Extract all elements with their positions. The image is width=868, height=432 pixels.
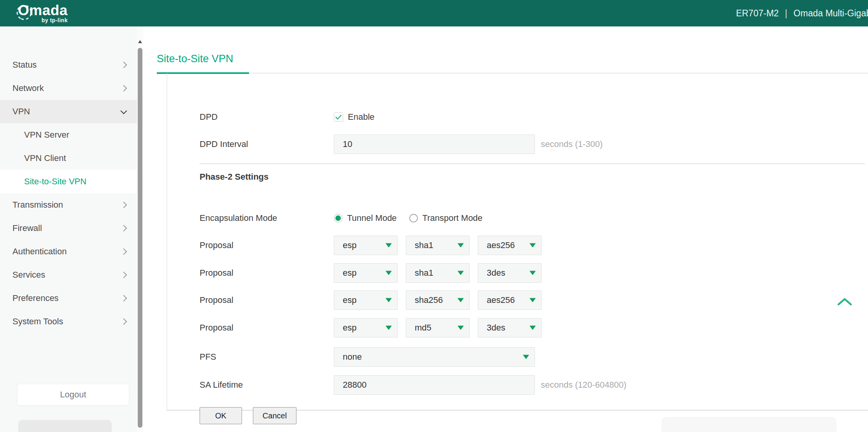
pfs-select[interactable]: none	[334, 347, 535, 367]
dpd-enable-checkbox[interactable]	[334, 112, 343, 122]
dpd-interval-hint: seconds (1-300)	[541, 139, 603, 149]
radio-unselected-icon	[409, 214, 418, 222]
sidebar-item-authentication[interactable]: Authentication	[0, 240, 137, 263]
proposal-1-protocol-select[interactable]: esp	[334, 236, 398, 255]
proposal-1-auth-select[interactable]: sha1	[406, 236, 470, 255]
proposal-row-1: Proposal esp sha1 aes256	[143, 236, 868, 255]
proposal-row-3: Proposal esp sha256 aes256	[143, 290, 868, 310]
proposal-4-auth-select[interactable]: md5	[406, 318, 470, 338]
chevron-right-icon	[121, 272, 127, 278]
page: Omada by tp-link ER707-M2 | Omada Multi-…	[0, 0, 868, 432]
transport-mode-radio[interactable]: Transport Mode	[409, 213, 482, 223]
sidebar-nav: Status Network VPN VPN Server VPN Client…	[0, 26, 137, 432]
scrollbar-thumb[interactable]	[138, 48, 142, 428]
select-value: 3des	[487, 268, 505, 278]
sidebar-item-label: Network	[12, 83, 44, 93]
chevron-down-icon	[121, 108, 127, 114]
proposal-3-encryption-select[interactable]: aes256	[478, 290, 542, 310]
chevron-right-icon	[121, 62, 127, 68]
page-title: Site-to-Site VPN	[157, 53, 233, 65]
select-value: aes256	[487, 240, 515, 250]
sidebar-item-network[interactable]: Network	[0, 77, 137, 100]
dpd-interval-input[interactable]	[334, 135, 535, 154]
dropdown-arrow-icon	[458, 271, 464, 275]
sidebar-item-vpn[interactable]: VPN	[0, 100, 137, 123]
collapse-section-button[interactable]	[837, 297, 852, 308]
pfs-label: PFS	[200, 352, 216, 362]
chevron-right-icon	[121, 85, 127, 92]
sidebar-item-label: Site-to-Site VPN	[24, 177, 86, 187]
chevron-right-icon	[121, 202, 127, 208]
radio-selected-icon	[334, 214, 342, 222]
logout-label: Logout	[60, 390, 86, 400]
sidebar-item-vpn-client[interactable]: VPN Client	[0, 147, 137, 170]
proposal-4-encryption-select[interactable]: 3des	[478, 318, 542, 338]
device-info: ER707-M2 | Omada Multi-Gigab	[736, 0, 868, 26]
encapsulation-mode-row: Encapsulation Mode Tunnel Mode Transport…	[143, 208, 868, 228]
sidebar-item-label: Authentication	[12, 247, 67, 257]
dropdown-arrow-icon	[523, 355, 529, 359]
chevron-right-icon	[121, 225, 127, 232]
sidebar-item-transmission[interactable]: Transmission	[0, 193, 137, 217]
proposal-4-protocol-select[interactable]: esp	[334, 318, 398, 338]
proposal-3-protocol-select[interactable]: esp	[334, 290, 398, 310]
sidebar-scrollbar[interactable]	[137, 26, 143, 432]
dpd-interval-row: DPD Interval seconds (1-300)	[143, 135, 868, 154]
bottom-left-partial-panel	[18, 420, 112, 432]
dropdown-arrow-icon	[458, 326, 464, 330]
proposal-2-protocol-select[interactable]: esp	[334, 263, 398, 283]
sa-lifetime-input[interactable]	[334, 375, 535, 395]
proposal-2-auth-select[interactable]: sha1	[406, 263, 470, 283]
proposal-label: Proposal	[200, 295, 233, 305]
sidebar-item-label: Status	[12, 60, 37, 70]
dropdown-arrow-icon	[386, 298, 392, 303]
cancel-button[interactable]: Cancel	[253, 407, 296, 424]
proposal-2-encryption-select[interactable]: 3des	[478, 263, 542, 283]
select-value: sha256	[415, 295, 443, 305]
dpd-interval-label: DPD Interval	[200, 139, 248, 149]
proposal-3-auth-select[interactable]: sha256	[406, 290, 470, 310]
title-active-underline	[157, 72, 249, 74]
sidebar-item-system-tools[interactable]: System Tools	[0, 310, 137, 333]
encapsulation-radio-group: Tunnel Mode Transport Mode	[334, 213, 482, 223]
select-value: esp	[343, 323, 356, 333]
select-value: none	[343, 352, 362, 362]
select-value: esp	[343, 240, 356, 250]
pfs-row: PFS none	[143, 347, 868, 367]
scrollbar-up-arrow-icon[interactable]	[138, 40, 142, 43]
app-header: Omada by tp-link ER707-M2 | Omada Multi-…	[0, 0, 868, 26]
sa-lifetime-row: SA Lifetime seconds (120-604800)	[143, 375, 868, 395]
proposal-1-encryption-select[interactable]: aes256	[478, 236, 542, 255]
sa-lifetime-label: SA Lifetime	[200, 380, 243, 390]
check-icon	[335, 115, 342, 120]
device-model: ER707-M2	[736, 8, 779, 19]
sidebar-item-vpn-server[interactable]: VPN Server	[0, 123, 137, 147]
dpd-enable-label: Enable	[348, 112, 375, 122]
dropdown-arrow-icon	[530, 243, 536, 248]
select-value: 3des	[487, 323, 505, 333]
sidebar-item-label: Services	[12, 270, 45, 280]
phase2-settings-heading: Phase-2 Settings	[200, 172, 268, 182]
sidebar-item-site-to-site-vpn[interactable]: Site-to-Site VPN	[0, 170, 137, 193]
device-name: Omada Multi-Gigab	[794, 8, 868, 19]
dropdown-arrow-icon	[530, 298, 536, 303]
sidebar-item-label: Transmission	[12, 200, 63, 210]
dropdown-arrow-icon	[458, 298, 464, 303]
select-value: md5	[415, 323, 431, 333]
sidebar-item-preferences[interactable]: Preferences	[0, 287, 137, 310]
sidebar-item-firewall[interactable]: Firewall	[0, 217, 137, 240]
sidebar-item-label: Firewall	[12, 223, 42, 233]
sidebar-item-services[interactable]: Services	[0, 263, 137, 287]
dropdown-arrow-icon	[458, 243, 464, 248]
select-value: aes256	[487, 295, 515, 305]
bottom-right-partial-panel	[661, 417, 836, 432]
device-separator: |	[784, 8, 788, 19]
phase2-section-divider	[200, 163, 865, 164]
sidebar-item-status[interactable]: Status	[0, 53, 137, 77]
main-content: Site-to-Site VPN DPD Enable DPD Interval	[143, 26, 868, 432]
chevron-right-icon	[121, 248, 127, 255]
logout-button[interactable]: Logout	[17, 384, 129, 406]
tunnel-mode-radio[interactable]: Tunnel Mode	[334, 213, 397, 223]
encapsulation-mode-label: Encapsulation Mode	[200, 213, 277, 223]
ok-button[interactable]: OK	[200, 407, 242, 424]
